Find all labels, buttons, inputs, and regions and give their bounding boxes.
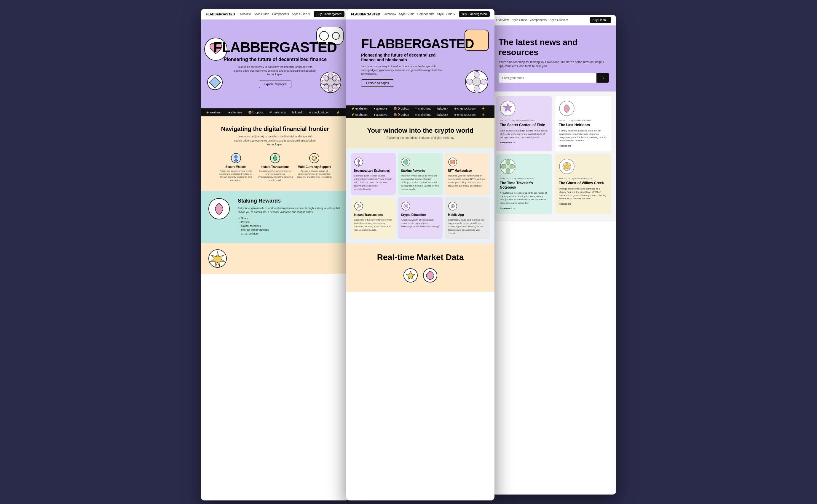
- realtime-icons: [353, 268, 487, 283]
- card-mobile: Mobile App Seamlessly trade and manage y…: [445, 197, 490, 239]
- feature-transactions: Instant Transactions Experience the conv…: [257, 153, 293, 182]
- feature-tx-icon: [270, 153, 281, 163]
- card-ghost-img: [559, 158, 608, 175]
- svg-point-48: [506, 168, 510, 174]
- card-notebook-link[interactable]: Read more →: [500, 207, 549, 210]
- card-instant-title: Instant Transactions: [354, 213, 393, 216]
- card-instant-icon: [354, 201, 363, 211]
- hero-content-1: FLABBERGASTED Pioneering the future of d…: [210, 31, 340, 88]
- nav-styleguide-3[interactable]: Style Guide: [512, 18, 527, 22]
- section-realtime-2: Real-time Market Data: [346, 244, 494, 292]
- ticker-double-2: ⚡ exabeam ● attentive 📦 Dropbox ✉ mailch…: [346, 105, 494, 118]
- email-input[interactable]: [499, 73, 596, 83]
- staking-list-share: Share: [238, 217, 342, 220]
- nav-cta-3[interactable]: Buy Flabb...: [589, 17, 611, 23]
- feature-mc-icon: [309, 153, 320, 163]
- nav-links-3: Overview Style Guide Components Style Gu…: [496, 18, 586, 22]
- b-checkout-2a: ⊕ checkout.com: [454, 107, 475, 110]
- card-ghost-link[interactable]: Read more →: [559, 203, 608, 205]
- hero-btn-2[interactable]: Explore all pages: [361, 79, 394, 87]
- b-exabeam-2b: ⚡ exabeam: [351, 113, 368, 116]
- b-checkout-2b: ⊕ checkout.com: [454, 113, 475, 116]
- news-cards: Sat Jul 01 · By Alejandro Martinez The S…: [491, 92, 616, 221]
- card-dex: Decentralized Exchanges Embrace peer-to-…: [351, 153, 396, 195]
- nav-overview-1[interactable]: Overview: [238, 12, 251, 16]
- section-window-2: Your window into the crypto world Explor…: [346, 118, 494, 148]
- window-subtitle-2: Exploring the boundless horizons of digi…: [353, 136, 487, 139]
- card-dex-body: Embrace peer-to-peer trading without int…: [354, 174, 393, 191]
- card-instant: Instant Transactions Experience the conv…: [351, 197, 396, 239]
- svg-point-28: [466, 79, 473, 84]
- cards-grid-2: Decentralized Exchanges Embrace peer-to-…: [351, 153, 490, 239]
- nav-styleguide-2[interactable]: Style Guide: [399, 12, 414, 16]
- card-ghost-date: Tue Jul 18 · By Akira Nakamura: [559, 177, 608, 180]
- nav-links-2: Overview Style Guide Components Style Gu…: [384, 12, 455, 16]
- svg-point-50: [510, 164, 515, 168]
- feature-wallet-icon: [231, 153, 241, 163]
- nav-styleguide-1[interactable]: Style Guide: [254, 12, 269, 16]
- brand-extra-1: ⚡: [336, 111, 340, 114]
- hero-content-2: FLABBERGASTED Pioneering the future of d…: [355, 31, 450, 90]
- nav-components-2[interactable]: Components: [417, 12, 434, 16]
- b-attentive-2b: ● attentive: [374, 113, 387, 116]
- card-heirloom-img: [559, 100, 608, 117]
- staking-list-animate: Smart animate: [238, 232, 342, 235]
- card-elsie-link[interactable]: Read more →: [500, 141, 549, 144]
- nav-cta-1[interactable]: Buy Flabbergasted: [314, 11, 345, 17]
- nav-overview-3[interactable]: Overview: [496, 18, 509, 22]
- nav-2: FLABBERGASTED Overview Style Guide Compo…: [346, 9, 494, 20]
- card-elsie-title: The Secret Garden of Elsie: [500, 123, 549, 127]
- b-talkdesk-2b: talkdesk: [437, 113, 448, 116]
- nav-components-1[interactable]: Components: [272, 12, 289, 16]
- staking-content: Staking Rewards Put your crypto assets t…: [208, 198, 342, 236]
- nav-styleguide2-2[interactable]: Style Guide ∨: [437, 12, 455, 16]
- email-row: →: [499, 73, 609, 83]
- nav-cta-2[interactable]: Buy Flabbergasted: [459, 11, 490, 17]
- card-elsie-body: Elsie discovers a hidden garden in the m…: [500, 129, 549, 139]
- card-mobile-icon: [448, 201, 457, 211]
- section-peach-1: Navigating the digital financial frontie…: [201, 116, 349, 191]
- news-card-heirloom: Fri Jul 07 · By Charlotte Parker The Las…: [555, 96, 611, 151]
- email-submit-btn[interactable]: →: [596, 73, 609, 83]
- svg-rect-33: [451, 160, 455, 164]
- card-elsie-img: [500, 100, 549, 117]
- window-title-2: Your window into the crypto world: [353, 127, 487, 134]
- news-card-ghost: Tue Jul 18 · By Akira Nakamura The Ghost…: [555, 154, 611, 214]
- card-staking: Staking Rewards Put your crypto assets t…: [398, 153, 443, 195]
- deco-circle-flower-2: [465, 70, 488, 94]
- card-heirloom-date: Fri Jul 07 · By Charlotte Parker: [559, 119, 608, 122]
- card-heirloom-link[interactable]: Read more →: [559, 145, 608, 147]
- staking-title: Staking Rewards: [238, 198, 342, 204]
- staking-right: Staking Rewards Put your crypto assets t…: [238, 198, 342, 236]
- staking-list-feedback: Gather feedback: [238, 224, 342, 227]
- deco-star-bottom: [208, 249, 228, 268]
- svg-point-47: [506, 159, 510, 165]
- hero-title-2: FLABBERGASTED: [361, 37, 444, 50]
- ticker-1: ⚡ exabeam ● attentive 📦 Dropbox ✉ mailch…: [201, 108, 349, 116]
- nav-styleguide2-3[interactable]: Style Guide ∨: [549, 18, 568, 22]
- b-mailchimp-2b: ✉ mailchimp: [415, 113, 431, 116]
- staking-list: Share Present Gather feedback Interact w…: [238, 217, 342, 235]
- nav-components-3[interactable]: Components: [530, 18, 547, 22]
- features-row-1: Secure Wallets Rest easy knowing your cr…: [208, 153, 342, 182]
- card-notebook-title: The Time Traveler's Notebook: [500, 181, 549, 190]
- ticker-row1-2: ⚡ exabeam ● attentive 📦 Dropbox ✉ mailch…: [346, 105, 494, 112]
- card-elsie-date: Sat Jul 01 · By Alejandro Martinez: [500, 119, 549, 122]
- b-attentive-2a: ● attentive: [374, 107, 387, 110]
- svg-point-20: [313, 157, 315, 159]
- feature-tx-title: Instant Transactions: [257, 165, 293, 168]
- nav-overview-2[interactable]: Overview: [384, 12, 396, 16]
- news-card-notebook: Wed Jul 12 · By Giovanni Russo The Time …: [496, 154, 552, 214]
- staking-list-present: Present: [238, 221, 342, 224]
- nav-styleguide2-1[interactable]: Style Guide ∨: [292, 12, 310, 16]
- nav-links-1: Overview Style Guide Components Style Gu…: [238, 12, 310, 16]
- peach-title-1: Navigating the digital financial frontie…: [208, 125, 342, 132]
- brand-talkdesk-1: talkdesk: [292, 111, 303, 114]
- hero-btn-1[interactable]: Explore all pages: [259, 81, 292, 88]
- feature-mc-title: Multi-Currency Support: [297, 165, 332, 168]
- brand-dropbox-1: 📦 Dropbox: [248, 111, 264, 114]
- hero-1: FLABBERGASTED Pioneering the future of d…: [201, 20, 349, 108]
- nav-3: Overview Style Guide Components Style Gu…: [491, 15, 616, 25]
- b-mailchimp-2a: ✉ mailchimp: [415, 107, 431, 110]
- card-nft-icon: [448, 157, 457, 167]
